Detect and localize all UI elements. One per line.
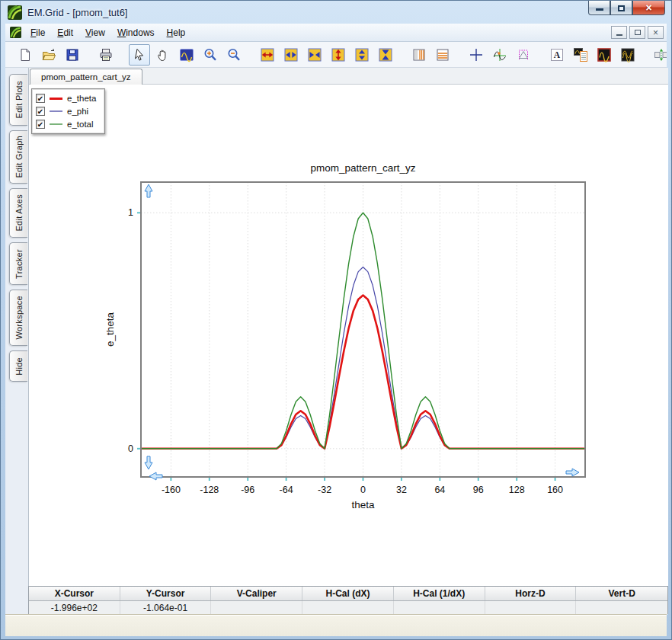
legend-swatch-e_theta xyxy=(50,98,62,100)
plot-workspace: pmom_pattern_cart_yz -160-128-96-64-3203… xyxy=(28,68,668,586)
tab-label: pmom_pattern_cart_yz xyxy=(41,72,131,82)
expand-x-icon xyxy=(283,47,299,62)
tab-pmom-pattern-cart-yz[interactable]: pmom_pattern_cart_yz xyxy=(30,69,142,85)
open-file-button[interactable] xyxy=(38,44,59,66)
sidebar-tab-edit-graph[interactable]: Edit Graph xyxy=(9,130,27,184)
new-document-icon xyxy=(18,47,33,62)
legend-box: ✔e_theta✔e_phi✔e_total xyxy=(31,88,105,134)
readout-header-h-cal-1-dx-: H-Cal (1/dX) xyxy=(394,587,485,600)
menu-edit[interactable]: Edit xyxy=(51,25,79,40)
full-extents-y-button[interactable] xyxy=(328,44,349,66)
cross-cursor-button[interactable] xyxy=(466,44,487,66)
sidebar-tab-label: Hide xyxy=(14,357,24,376)
select-cursor-button[interactable] xyxy=(129,44,150,66)
add-text-button[interactable]: A xyxy=(546,44,568,66)
shrink-y-button[interactable] xyxy=(375,44,396,66)
edit-curve-button[interactable] xyxy=(594,44,615,66)
plot-navigator-button[interactable] xyxy=(176,44,197,66)
print-icon xyxy=(98,47,114,62)
chart-canvas[interactable]: -160-128-96-64-32032649612816001pmom_pat… xyxy=(29,85,669,586)
x-tick-label: -64 xyxy=(280,485,293,495)
add-text-icon: A xyxy=(549,47,565,62)
readout-value-4 xyxy=(394,601,485,615)
close-icon: × xyxy=(645,2,651,14)
pan-down-arrow-icon[interactable] xyxy=(145,456,152,469)
legend-item-e_total: ✔e_total xyxy=(36,119,96,130)
sidebar-tab-workspace[interactable]: Workspace xyxy=(9,290,27,346)
sidebar-tab-edit-plots[interactable]: Edit Plots xyxy=(9,74,27,126)
expand-x-button[interactable] xyxy=(280,44,302,66)
cross-cursor-icon xyxy=(469,47,484,62)
readout-value-3 xyxy=(302,601,394,615)
readout-value-2 xyxy=(211,601,302,615)
sidebar-tab-label: Edit Axes xyxy=(14,194,24,232)
print-button[interactable] xyxy=(95,44,117,66)
legend-checkbox-e_total[interactable]: ✔ xyxy=(36,120,45,129)
document-app-icon[interactable] xyxy=(10,27,21,38)
mdi-minimize-button[interactable] xyxy=(611,26,627,39)
calipers-delta-icon xyxy=(516,47,531,62)
legend-label: e_phi xyxy=(67,107,88,116)
new-document-button[interactable] xyxy=(14,44,36,66)
mdi-minimize-icon xyxy=(616,34,622,36)
zoom-out-icon xyxy=(226,47,242,62)
zoom-in-button[interactable] xyxy=(200,44,221,66)
mdi-restore-icon xyxy=(635,30,641,35)
legend-checkbox-e_theta[interactable]: ✔ xyxy=(36,94,45,103)
match-height-button[interactable] xyxy=(651,44,667,66)
close-button[interactable]: × xyxy=(632,1,665,15)
readout-value-0: -1.996e+02 xyxy=(29,601,120,615)
edit-curves-icon xyxy=(620,47,635,62)
pan-up-arrow-icon[interactable] xyxy=(145,184,152,197)
save-icon xyxy=(65,47,80,62)
x-tick-label: -96 xyxy=(241,485,254,495)
full-extents-y-icon xyxy=(331,47,346,62)
application-window: EM.Grid - [pmom_tut6] × FileEditViewWind… xyxy=(0,0,672,640)
x-tick-label: 64 xyxy=(434,485,445,495)
shrink-x-button[interactable] xyxy=(304,44,325,66)
vertical-calipers-button[interactable] xyxy=(408,44,430,66)
menu-file[interactable]: File xyxy=(24,25,51,40)
pan-hand-icon xyxy=(155,47,171,62)
match-height-icon xyxy=(654,47,667,62)
sidebar-tab-hide[interactable]: Hide xyxy=(9,350,27,382)
horizontal-calipers-icon xyxy=(435,47,450,62)
readout-header-h-cal-dx-: H-Cal (dX) xyxy=(302,587,394,600)
vertical-calipers-icon xyxy=(411,47,427,62)
pan-right-arrow-icon[interactable] xyxy=(566,469,579,476)
restore-button[interactable] xyxy=(610,1,632,15)
edit-curve-icon xyxy=(597,47,612,62)
zoom-out-button[interactable] xyxy=(223,44,245,66)
mdi-restore-button[interactable] xyxy=(629,26,645,39)
menu-bar: FileEditViewWindowsHelp × xyxy=(5,24,667,42)
sidebar-tab-edit-axes[interactable]: Edit Axes xyxy=(9,188,27,238)
x-tick-label: -160 xyxy=(162,485,181,495)
legend-item-e_theta: ✔e_theta xyxy=(36,93,96,104)
edit-legend-button[interactable] xyxy=(570,44,591,66)
title-bar[interactable]: EM.Grid - [pmom_tut6] × xyxy=(1,1,671,24)
legend-swatch-e_total xyxy=(50,123,62,125)
select-cursor-icon xyxy=(132,47,147,62)
expand-y-button[interactable] xyxy=(351,44,373,66)
legend-item-e_phi: ✔e_phi xyxy=(36,106,96,117)
readout-value-6 xyxy=(576,601,667,615)
minimize-button[interactable] xyxy=(588,1,610,15)
menu-help[interactable]: Help xyxy=(161,25,192,40)
edit-curves-button[interactable] xyxy=(617,44,638,66)
tracker-icon xyxy=(492,47,507,62)
tracker-button[interactable] xyxy=(489,44,510,66)
full-extents-x-button[interactable] xyxy=(257,44,278,66)
legend-checkbox-e_phi[interactable]: ✔ xyxy=(36,107,45,116)
menu-windows[interactable]: Windows xyxy=(111,25,161,40)
calipers-delta-button[interactable] xyxy=(513,44,534,66)
sidebar-tab-tracker[interactable]: Tracker xyxy=(9,242,27,285)
menu-view[interactable]: View xyxy=(79,25,111,40)
save-button[interactable] xyxy=(62,44,83,66)
readout-header-horz-d: Horz-D xyxy=(485,587,577,600)
minimize-icon xyxy=(596,8,603,11)
horizontal-calipers-button[interactable] xyxy=(432,44,453,66)
series-e_total xyxy=(142,213,584,449)
mdi-close-button[interactable]: × xyxy=(648,26,664,39)
pan-hand-button[interactable] xyxy=(152,44,174,66)
pan-left-arrow-icon[interactable] xyxy=(149,472,162,480)
